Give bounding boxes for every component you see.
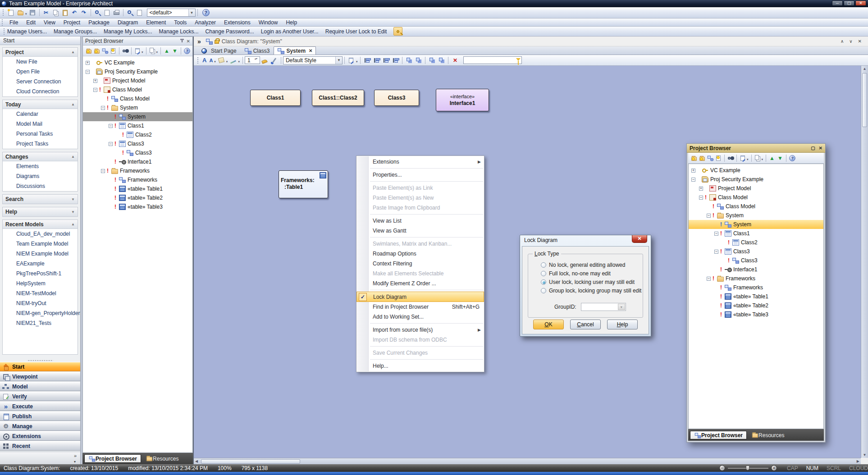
connector-style-icon[interactable]	[428, 56, 436, 64]
security-button-login-as-another-user[interactable]: Login as Another User...	[261, 28, 319, 35]
menu-item-tools[interactable]: Tools	[170, 18, 191, 27]
menu-item-project[interactable]: Project	[59, 18, 84, 27]
minus-expander-icon[interactable]: −	[691, 178, 695, 182]
menu-item-package[interactable]: Package	[84, 18, 114, 27]
tree-item-table-table1[interactable]: !«table» Table1	[83, 184, 192, 193]
radio-button[interactable]	[541, 288, 546, 293]
delete-from-diagram-icon[interactable]: ✕	[451, 56, 459, 64]
default-style-combobox[interactable]: <default> ▼	[147, 9, 196, 17]
tree-item-frameworks[interactable]: !Frameworks	[83, 175, 192, 184]
chevron-down-icon[interactable]: ▾	[156, 50, 158, 54]
tree-item-class3[interactable]: !Class3	[83, 148, 192, 157]
chevron-down-icon[interactable]: ▾	[356, 60, 358, 64]
menu-item-modify-element-z-order[interactable]: Modify Element Z Order ...	[356, 279, 484, 288]
document-tab-system[interactable]: System✕	[274, 46, 316, 55]
tree-item-class-model[interactable]: !Class Model	[83, 94, 192, 103]
dialog-title-bar[interactable]: Lock Diagram	[520, 235, 651, 245]
redo-icon[interactable]: ↷	[80, 9, 88, 17]
apply-style-icon[interactable]	[347, 56, 356, 64]
minus-expander-icon[interactable]: −	[707, 214, 711, 218]
security-button-require-user-lock-to-edit[interactable]: Require User Lock to Edit	[325, 28, 387, 35]
copy-duplicate-icon[interactable]	[148, 47, 156, 55]
plus-expander-icon[interactable]: +	[691, 169, 695, 173]
tree-item-system[interactable]: !System	[83, 112, 192, 121]
perspective-button-extensions[interactable]: Extensions	[0, 431, 80, 441]
move-up-icon[interactable]: ▲	[163, 47, 171, 55]
perspective-button-model[interactable]: Model	[0, 382, 80, 391]
maximize-button[interactable]: ▢	[844, 0, 854, 6]
save-icon[interactable]	[28, 9, 37, 17]
bring-to-front-icon[interactable]	[414, 56, 423, 64]
class-element[interactable]: Class1::Class2	[312, 90, 364, 106]
tree-item-project-model[interactable]: +Project Model	[83, 76, 192, 85]
chevron-down-icon[interactable]: ▾	[214, 60, 216, 64]
align-left-edges-icon[interactable]	[363, 56, 371, 64]
element-browser-icon[interactable]	[103, 9, 111, 17]
minus-expander-icon[interactable]: −	[714, 232, 718, 236]
fill-color-icon[interactable]	[217, 56, 226, 64]
plus-expander-icon[interactable]: +	[699, 187, 703, 191]
tree-item-table-table2[interactable]: !«table» Table2	[83, 193, 192, 202]
collapse-icon[interactable]: ▲	[71, 222, 75, 226]
new-package-icon[interactable]	[85, 47, 93, 55]
tree-item-frameworks[interactable]: !Frameworks	[689, 283, 823, 292]
cut-icon[interactable]: ✂	[42, 9, 50, 17]
move-up-icon[interactable]: ▲	[768, 154, 776, 162]
scrollbar-thumb[interactable]	[862, 73, 867, 127]
align-right-edges-icon[interactable]	[372, 56, 381, 64]
maximize-icon[interactable]: ▢	[811, 146, 815, 151]
start-item-elements[interactable]: Elements	[3, 161, 78, 171]
menu-item-view-as-list[interactable]: View as List	[356, 216, 484, 226]
menu-item-view[interactable]: View	[40, 18, 59, 27]
zoom-out-button[interactable]: −	[719, 465, 725, 471]
menu-item-help[interactable]: Help...	[356, 361, 484, 371]
print-preview-icon[interactable]	[126, 9, 134, 17]
tree-item-class3[interactable]: !Class3	[689, 256, 823, 265]
edit-notes-icon[interactable]	[739, 154, 747, 162]
interface-element[interactable]: «interface» Interface1	[436, 89, 489, 111]
tree-item-system[interactable]: −!System	[83, 103, 192, 112]
minus-expander-icon[interactable]: −	[86, 70, 90, 74]
start-item-new-file[interactable]: New File	[3, 57, 78, 67]
minus-expander-icon[interactable]: −	[109, 142, 113, 146]
menu-item-view-as-gantt[interactable]: View as Gantt	[356, 226, 484, 236]
open-file-icon[interactable]	[16, 9, 25, 17]
start-item-project-tasks[interactable]: Project Tasks	[3, 139, 78, 149]
tree-item-class2[interactable]: !Class2	[689, 238, 823, 247]
perspective-button-start[interactable]: Start	[0, 362, 80, 371]
menu-item-properties[interactable]: Properties...	[356, 170, 484, 180]
chevron-up-icon[interactable]: ∧	[841, 39, 844, 44]
start-item-helpsystem[interactable]: HelpSystem	[3, 279, 78, 288]
minus-expander-icon[interactable]: −	[699, 196, 703, 200]
tree-item-proj-security-example[interactable]: −Proj Security Example	[83, 67, 192, 76]
group-id-combobox[interactable]: ▼	[581, 303, 626, 311]
class-element[interactable]: Class3	[374, 90, 419, 106]
help-icon[interactable]: ?	[183, 47, 191, 55]
new-element-icon[interactable]	[714, 154, 722, 162]
close-icon[interactable]: ✕	[187, 39, 190, 44]
minus-expander-icon[interactable]: −	[101, 106, 105, 110]
zoom-in-button[interactable]: +	[771, 465, 777, 471]
start-item-team-example-model[interactable]: Team Example Model	[3, 239, 78, 249]
perspective-button-execute[interactable]: Execute	[0, 402, 80, 411]
diagram-properties-icon[interactable]	[437, 56, 446, 64]
lock-option-full-lock-no-one-may-edit[interactable]: Full lock, no-one may edit	[541, 270, 611, 277]
tree-item-system[interactable]: !System	[689, 220, 823, 229]
start-section-header-project[interactable]: Project▲	[3, 48, 78, 57]
document-tab-class3[interactable]: Class3	[241, 46, 274, 55]
move-down-icon[interactable]: ▼	[776, 154, 784, 162]
copy-duplicate-icon[interactable]	[754, 154, 762, 162]
chevron-down-icon[interactable]: ▾	[142, 50, 143, 54]
chevron-right-double-icon[interactable]: »	[197, 38, 201, 45]
copy-icon[interactable]	[51, 9, 60, 17]
start-item-pkgtreeposshift-1[interactable]: PkgTreePosShift-1	[3, 269, 78, 279]
scrollbar-thumb[interactable]	[201, 459, 300, 464]
radio-button[interactable]	[541, 271, 546, 276]
pin-icon[interactable]	[180, 39, 184, 42]
scroll-right-icon[interactable]: ▶	[857, 459, 859, 463]
chevron-down-icon[interactable]: ▼	[188, 9, 195, 16]
style-combobox[interactable]: Default Style ▼	[283, 56, 343, 64]
class-element[interactable]: Class1	[250, 90, 301, 106]
menu-item-file[interactable]: File	[5, 18, 22, 27]
menu-item-edit[interactable]: Edit	[22, 18, 40, 27]
